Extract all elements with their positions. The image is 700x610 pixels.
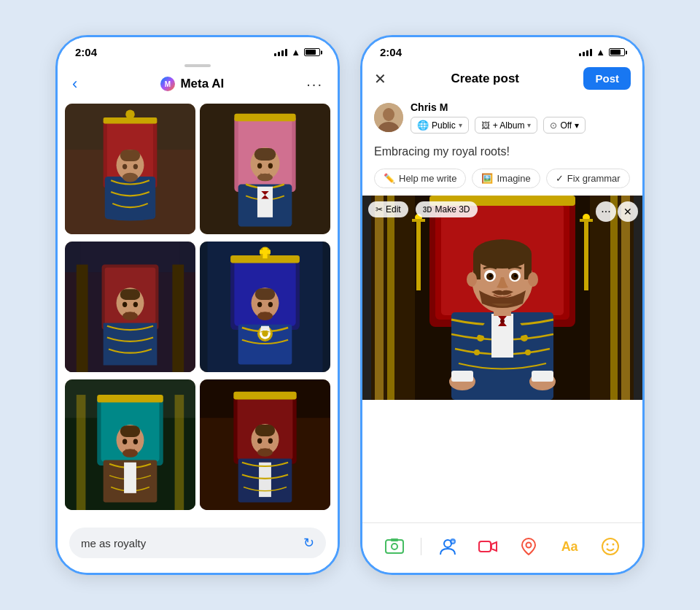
wifi-icon: ▲ bbox=[291, 47, 300, 58]
album-caret-icon: ▾ bbox=[527, 121, 531, 129]
svg-point-7 bbox=[125, 109, 135, 119]
image-grid bbox=[58, 99, 338, 517]
close-button[interactable]: ✕ bbox=[374, 70, 386, 88]
svg-rect-107 bbox=[580, 219, 593, 222]
svg-point-87 bbox=[383, 108, 394, 121]
edit-icon: ✂ bbox=[376, 204, 383, 215]
grid-image-2[interactable] bbox=[200, 104, 330, 234]
battery-icon bbox=[304, 48, 320, 56]
album-label: + Album bbox=[493, 120, 525, 131]
svg-rect-105 bbox=[584, 217, 588, 290]
svg-text:M: M bbox=[165, 80, 171, 88]
svg-point-136 bbox=[489, 274, 492, 277]
user-controls: 🌐 Public ▾ 🖼 + Album ▾ ⊙ Off ▾ bbox=[411, 117, 586, 134]
right-time: 2:04 bbox=[380, 46, 402, 58]
svg-text:+: + bbox=[451, 539, 454, 544]
svg-point-118 bbox=[500, 319, 505, 323]
svg-rect-23 bbox=[254, 148, 276, 161]
svg-point-24 bbox=[257, 163, 262, 169]
svg-point-13 bbox=[122, 173, 138, 182]
left-bottom: me as royalty ↻ bbox=[58, 517, 338, 573]
grid-image-3[interactable] bbox=[65, 242, 195, 372]
svg-point-130 bbox=[467, 272, 477, 287]
svg-rect-17 bbox=[234, 114, 295, 122]
signal-icon bbox=[274, 49, 287, 56]
imagine-chip[interactable]: 🖼️ Imagine bbox=[472, 169, 540, 188]
svg-rect-64 bbox=[175, 395, 184, 510]
svg-rect-47 bbox=[260, 250, 271, 254]
svg-point-127 bbox=[473, 239, 532, 269]
fix-grammar-chip[interactable]: ✓ Fix grammar bbox=[546, 169, 630, 188]
imagine-icon: 🖼️ bbox=[481, 173, 493, 184]
scroll-indicator bbox=[58, 61, 338, 70]
search-input-text: me as royalty bbox=[81, 537, 296, 549]
help-write-label: Help me write bbox=[399, 173, 456, 184]
off-caret-icon: ▾ bbox=[575, 120, 579, 131]
right-battery-icon bbox=[609, 48, 625, 56]
svg-point-11 bbox=[122, 164, 127, 169]
user-name: Chris M bbox=[411, 101, 586, 113]
more-options-button[interactable]: ··· bbox=[306, 76, 323, 93]
preview-close-button[interactable]: ✕ bbox=[618, 201, 638, 222]
svg-rect-68 bbox=[120, 425, 140, 437]
svg-rect-76 bbox=[233, 392, 296, 400]
video-toolbar-icon[interactable] bbox=[473, 532, 502, 561]
svg-point-84 bbox=[268, 439, 273, 444]
svg-point-112 bbox=[474, 350, 480, 355]
svg-rect-140 bbox=[391, 538, 398, 541]
right-status-bar: 2:04 ▲ bbox=[362, 37, 642, 61]
left-nav: ‹ M Meta AI ··· bbox=[58, 70, 338, 99]
grid-image-6[interactable] bbox=[200, 379, 330, 510]
preview-more-button[interactable]: ··· bbox=[596, 201, 616, 222]
svg-point-39 bbox=[122, 312, 138, 320]
make3d-button[interactable]: 3D Make 3D bbox=[416, 201, 478, 217]
svg-rect-82 bbox=[255, 425, 275, 436]
help-write-chip[interactable]: ✏️ Help me write bbox=[374, 169, 466, 188]
svg-point-70 bbox=[133, 439, 138, 444]
main-royal-image bbox=[362, 196, 642, 400]
album-pill[interactable]: 🖼 + Album ▾ bbox=[475, 117, 538, 134]
svg-rect-10 bbox=[120, 150, 140, 161]
globe-icon: 🌐 bbox=[417, 120, 429, 131]
person-toolbar-icon[interactable]: + bbox=[433, 532, 462, 561]
svg-rect-54 bbox=[255, 288, 275, 300]
emoji-toolbar-icon[interactable] bbox=[596, 532, 625, 561]
public-pill[interactable]: 🌐 Public ▾ bbox=[411, 117, 469, 134]
photo-toolbar-icon[interactable] bbox=[380, 532, 409, 561]
svg-rect-66 bbox=[124, 463, 136, 493]
right-wifi-icon: ▲ bbox=[596, 47, 605, 58]
ai-chips-row: ✏️ Help me write 🖼️ Imagine ✓ Fix gramma… bbox=[362, 164, 642, 193]
back-button[interactable]: ‹ bbox=[72, 74, 77, 93]
svg-point-38 bbox=[133, 302, 138, 307]
left-phone: 2:04 ▲ ‹ bbox=[55, 35, 340, 575]
svg-rect-124 bbox=[532, 371, 553, 382]
svg-point-37 bbox=[122, 302, 127, 307]
refresh-icon[interactable]: ↻ bbox=[303, 535, 314, 551]
post-button[interactable]: Post bbox=[583, 67, 631, 90]
svg-point-148 bbox=[606, 544, 608, 546]
public-caret-icon: ▾ bbox=[459, 121, 462, 129]
meta-ai-logo: M bbox=[160, 76, 176, 92]
make3d-label: Make 3D bbox=[435, 204, 470, 215]
svg-rect-94 bbox=[621, 196, 630, 400]
post-text-area[interactable]: Embracing my royal roots! bbox=[362, 139, 642, 164]
right-phone: 2:04 ▲ ✕ Create post Post bbox=[360, 35, 645, 575]
svg-point-139 bbox=[392, 544, 397, 549]
search-input-wrap[interactable]: me as royalty ↻ bbox=[69, 528, 326, 558]
svg-marker-145 bbox=[491, 542, 497, 551]
svg-rect-36 bbox=[120, 289, 140, 300]
edit-button[interactable]: ✂ Edit bbox=[368, 201, 408, 217]
off-pill[interactable]: ⊙ Off ▾ bbox=[543, 117, 586, 134]
check-icon: ✓ bbox=[556, 173, 564, 184]
svg-point-149 bbox=[612, 544, 614, 546]
grid-image-1[interactable] bbox=[65, 104, 195, 234]
svg-point-25 bbox=[268, 163, 273, 169]
grid-image-5[interactable] bbox=[65, 379, 195, 510]
text-toolbar-icon[interactable]: Aa bbox=[555, 532, 584, 561]
svg-point-56 bbox=[268, 302, 273, 307]
location-toolbar-icon[interactable] bbox=[514, 532, 543, 561]
grid-image-4[interactable] bbox=[200, 242, 330, 372]
svg-point-57 bbox=[257, 312, 273, 320]
post-text-spacer[interactable] bbox=[362, 403, 642, 522]
toolbar-divider-1 bbox=[421, 538, 421, 555]
